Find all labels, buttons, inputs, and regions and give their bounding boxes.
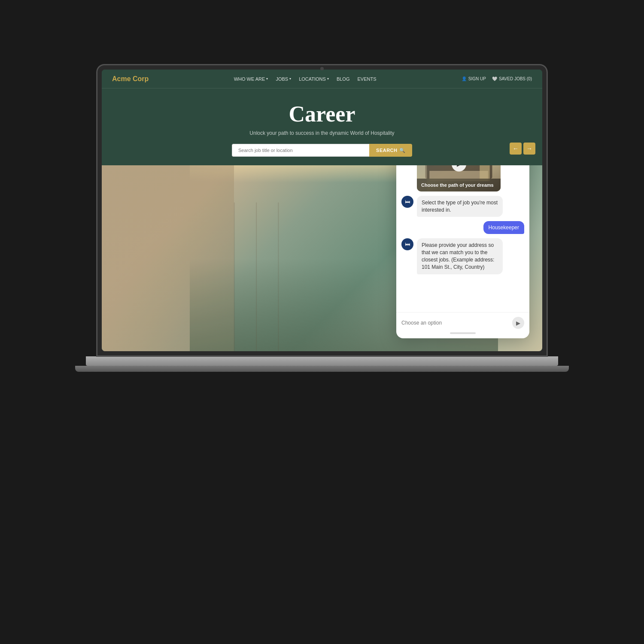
search-bar: SEARCH 🔍 xyxy=(232,144,412,157)
next-button[interactable]: → xyxy=(523,143,535,155)
chat-messages[interactable]: 🛏 career. xyxy=(396,165,529,312)
nav-who-we-are[interactable]: WHO WE ARE ▾ xyxy=(234,76,268,82)
svg-rect-1 xyxy=(234,203,235,351)
nav-events[interactable]: EVENTS xyxy=(357,76,376,82)
chevron-down-icon: ▾ xyxy=(266,77,268,81)
hero-image: 🛏 AcmeCorp Ask me a question! ✕ xyxy=(102,165,542,351)
chat-input[interactable] xyxy=(401,318,509,328)
user-icon: 👤 xyxy=(462,76,467,81)
saved-jobs-label: SAVED JOBS (0) xyxy=(499,76,532,81)
svg-rect-3 xyxy=(278,203,279,351)
hero-section: Career Unlock your path to success in th… xyxy=(102,88,542,165)
chat-footer: ▶ xyxy=(396,312,529,338)
bot-avatar-3: 🛏 xyxy=(401,238,413,250)
user-bubble-1: Housekeeper xyxy=(483,221,524,234)
nav-jobs[interactable]: JOBS ▾ xyxy=(276,76,291,82)
laptop-screen-outer: Acme Corp WHO WE ARE ▾ JOBS ▾ LOCATIONS xyxy=(97,64,547,356)
chat-widget: 🛏 AcmeCorp Ask me a question! ✕ xyxy=(396,165,529,338)
laptop-wrapper: Acme Corp WHO WE ARE ▾ JOBS ▾ LOCATIONS xyxy=(86,64,558,580)
svg-rect-2 xyxy=(256,203,257,351)
nav-locations[interactable]: LOCATIONS ▾ xyxy=(299,76,329,82)
arrow-right-icon: → xyxy=(526,145,532,152)
play-icon: ▶ xyxy=(457,165,461,167)
search-input[interactable] xyxy=(232,144,369,157)
navbar: Acme Corp WHO WE ARE ▾ JOBS ▾ LOCATIONS xyxy=(102,70,542,88)
chat-message-4: 🛏 Please provide your address so that we… xyxy=(401,238,524,274)
nav-logo: Acme Corp xyxy=(112,75,149,83)
laptop-screen-inner: Acme Corp WHO WE ARE ▾ JOBS ▾ LOCATIONS xyxy=(102,70,542,351)
search-button-label: SEARCH xyxy=(376,148,397,153)
prev-button[interactable]: ← xyxy=(510,143,522,155)
laptop-base xyxy=(86,356,558,366)
carousel-nav: ← → xyxy=(510,143,535,155)
logo-highlight: Corp xyxy=(133,75,149,82)
logo-text: Acme xyxy=(112,75,133,82)
bed-icon-small-3: 🛏 xyxy=(405,241,410,247)
chat-send-button[interactable]: ▶ xyxy=(512,317,524,329)
bot-bubble-3: Please provide your address so that we c… xyxy=(417,238,503,274)
bed-icon-small-2: 🛏 xyxy=(405,199,410,205)
chevron-down-icon: ▾ xyxy=(327,77,329,81)
svg-rect-0 xyxy=(102,165,234,351)
arrow-left-icon: ← xyxy=(513,145,519,152)
chevron-down-icon: ▾ xyxy=(289,77,291,81)
search-icon: 🔍 xyxy=(399,148,406,153)
chat-video-thumbnail[interactable]: ▶ Choose the path of your dreams xyxy=(417,165,501,191)
bot-bubble-2: Select the type of job you're most inter… xyxy=(417,196,503,217)
website: Acme Corp WHO WE ARE ▾ JOBS ▾ LOCATIONS xyxy=(102,70,542,351)
nav-events-label: EVENTS xyxy=(357,76,376,82)
nav-who-we-are-label: WHO WE ARE xyxy=(234,76,265,82)
laptop-camera xyxy=(320,67,324,70)
nav-links: WHO WE ARE ▾ JOBS ▾ LOCATIONS ▾ BLOG xyxy=(234,76,377,82)
nav-right: 👤 SIGN UP 🤍 SAVED JOBS (0) xyxy=(462,76,532,81)
send-icon: ▶ xyxy=(516,320,520,326)
chat-message-2: 🛏 Select the type of job you're most int… xyxy=(401,196,524,217)
sign-up-label: SIGN UP xyxy=(468,76,486,81)
hero-title: Career xyxy=(110,101,534,127)
bot-avatar-2: 🛏 xyxy=(401,196,413,208)
video-caption: Choose the path of your dreams xyxy=(417,179,501,191)
nav-blog[interactable]: BLOG xyxy=(337,76,350,82)
laptop-foot xyxy=(75,366,569,372)
heart-icon: 🤍 xyxy=(492,76,497,81)
hero-subtitle: Unlock your path to success in the dynam… xyxy=(110,130,534,136)
search-button[interactable]: SEARCH 🔍 xyxy=(369,144,412,157)
nav-blog-label: BLOG xyxy=(337,76,350,82)
chat-message-3: Housekeeper xyxy=(401,221,524,234)
saved-jobs-button[interactable]: 🤍 SAVED JOBS (0) xyxy=(492,76,532,81)
nav-jobs-label: JOBS xyxy=(276,76,288,82)
sign-up-button[interactable]: 👤 SIGN UP xyxy=(462,76,486,81)
bottom-bar xyxy=(450,332,476,334)
chat-input-row: ▶ xyxy=(401,317,524,329)
nav-locations-label: LOCATIONS xyxy=(299,76,326,82)
